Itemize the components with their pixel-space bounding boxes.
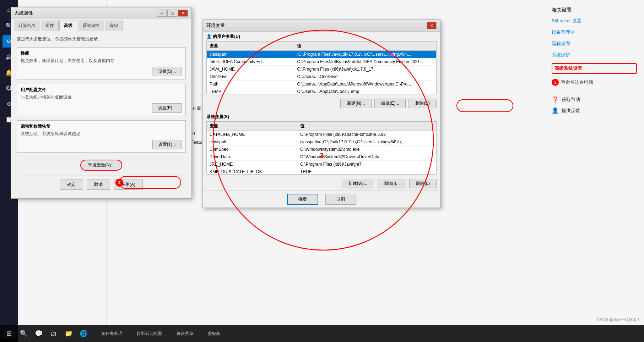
- sys-var-jrehome-name: JRE_HOME: [207, 161, 297, 168]
- user-var-onedrive-name: OneDrive: [207, 73, 294, 81]
- sys-vars-section: 系统变量(S) 变量 值 CATALINA_HOME C:\Program Fi…: [203, 112, 440, 191]
- sys-var-comspec-name: ComSpec: [207, 146, 297, 153]
- bitlocker-link[interactable]: BitLocker 设置: [552, 18, 637, 24]
- user-profile-section: 用户配置文件 与登录帐户相关的桌面设置 设置(E)...: [17, 84, 186, 116]
- sys-var-classpath-value: classpath=.;C:\j2sdk17.0.1\lib;C:\Users\…: [297, 138, 436, 146]
- sys-var-row-classpath[interactable]: classpath classpath=.;C:\j2sdk17.0.1\lib…: [207, 138, 436, 146]
- user-new-btn[interactable]: 新建(N)...: [340, 99, 372, 108]
- user-var-row-path[interactable]: Path C:\Users\...\AppData\Local\Microsof…: [207, 81, 436, 88]
- sys-var-col-name: 变量: [207, 122, 297, 131]
- sys-var-kmp-name: KMP_DUPLICATE_LIB_OK: [207, 168, 297, 175]
- sys-delete-btn[interactable]: 删除(L): [409, 179, 437, 188]
- sys-vars-table: 变量 值 CATALINA_HOME C:\Program Files (x86…: [207, 122, 436, 175]
- taskbar-explorer[interactable]: 📁: [61, 326, 76, 341]
- help-icon: ❓: [552, 96, 559, 103]
- related-settings-title: 相关设置: [552, 7, 637, 13]
- user-var-row-classpath[interactable]: classpath ;C:\Program Files\Java\jdk-17.…: [207, 51, 436, 58]
- taskbar-taskview[interactable]: 🗂: [47, 326, 61, 341]
- rename-badge: 1: [552, 79, 559, 86]
- help-row[interactable]: ❓ 获取帮助: [552, 96, 637, 103]
- taskbar-items: ⊞ 🔍 💬 🗂 📁 🌐: [2, 326, 91, 341]
- right-panel: 相关设置 BitLocker 设置 设备管理器 远程桌面 系统保护 高级系统设置…: [545, 0, 644, 342]
- user-var-col-name: 变量: [207, 42, 294, 51]
- system-protection-link[interactable]: 系统保护: [552, 52, 637, 58]
- sysprops-title: 系统属性: [15, 10, 33, 16]
- sys-var-row-jrehome[interactable]: JRE_HOME C:\Program Files (x86)\Java\jre…: [207, 161, 436, 168]
- user-edit-btn[interactable]: 编辑(E)...: [374, 99, 406, 108]
- user-var-row-temp[interactable]: TEMP C:\Users\...\AppData\Local\Temp: [207, 88, 436, 95]
- tab-remote[interactable]: 远程: [105, 21, 123, 31]
- taskbar-chat[interactable]: 💬: [32, 326, 46, 341]
- sys-new-btn[interactable]: 新建(W)...: [342, 179, 374, 188]
- sys-var-row-comspec[interactable]: ComSpec C:\Windows\system32\cmd.exe: [207, 146, 436, 153]
- user-var-javahome-name: JAVA_HOME: [207, 66, 294, 73]
- watermark: CSDN @成就一亿技术人: [597, 317, 640, 322]
- feedback-label: 提供反馈: [562, 107, 580, 114]
- taskbar-search[interactable]: 🔍: [17, 326, 31, 341]
- sys-vars-table-container[interactable]: 变量 值 CATALINA_HOME C:\Program Files (x86…: [206, 121, 437, 175]
- envvars-close-btn[interactable]: ✕: [427, 22, 437, 29]
- system-properties-dialog: 系统属性 – □ ✕ 计算机名 硬件 高级 系统保护 远程 要进行大多数更改，你…: [11, 7, 192, 199]
- user-var-onedrive-value: C:\Users\...\OneDrive: [294, 73, 436, 81]
- sysprops-ok-btn[interactable]: 确定: [60, 180, 83, 190]
- startup-desc: 系统启动、系统故障和调试信息: [21, 131, 182, 137]
- envvars-bottom-buttons: 确定 取消: [203, 191, 440, 208]
- user-vars-table-container[interactable]: 变量 值 classpath ;C:\Program Files\Java\jd…: [206, 41, 437, 94]
- user-var-path-name: Path: [207, 81, 294, 88]
- envvars-ok-btn[interactable]: 确定: [287, 194, 318, 205]
- envvars-cancel-btn[interactable]: 取消: [325, 194, 356, 205]
- sys-var-catalina-value: C:\Program Files (x86)\apache-tomcat-8.5…: [297, 131, 436, 138]
- help-label: 获取帮助: [562, 96, 580, 103]
- taskbar-browser[interactable]: 🌐: [76, 326, 91, 341]
- startup-settings-btn[interactable]: 设置(T)...: [152, 140, 182, 149]
- taskbar-start[interactable]: ⊞: [2, 326, 16, 341]
- user-vars-title: 👤 的用户变量(U): [203, 32, 440, 41]
- feedback-icon: 👤: [552, 107, 559, 114]
- sys-edit-btn[interactable]: 编辑(I)...: [377, 179, 406, 188]
- tab-advanced[interactable]: 高级: [59, 21, 77, 31]
- advanced-system-settings-link[interactable]: 高级系统设置: [552, 63, 637, 74]
- user-var-classpath-name: classpath: [207, 51, 294, 58]
- sys-var-row-kmp[interactable]: KMP_DUPLICATE_LIB_OK TRUE: [207, 168, 436, 175]
- sys-var-buttons: 新建(W)... 编辑(I)... 删除(L): [203, 177, 440, 191]
- startup-section: 启动和故障恢复 系统启动、系统故障和调试信息 设置(T)...: [17, 120, 186, 153]
- sysprops-close-btn[interactable]: ✕: [178, 10, 188, 17]
- envvars-titlebar: 环境变量 ✕: [203, 20, 440, 32]
- device-manager-link[interactable]: 设备管理器: [552, 29, 637, 35]
- user-var-row-onedrive[interactable]: OneDrive C:\Users\...\OneDrive: [207, 73, 436, 81]
- envvars-title: 环境变量: [206, 22, 225, 29]
- tab-computer-name[interactable]: 计算机名: [14, 21, 40, 31]
- sys-var-classpath-name: classpath: [207, 138, 297, 146]
- sysprops-minimize-btn[interactable]: –: [157, 10, 167, 17]
- sys-var-row-catalina[interactable]: CATALINA_HOME C:\Program Files (x86)\apa…: [207, 131, 436, 138]
- env-vars-dialog: 环境变量 ✕ 👤 的用户变量(U) 变量 值 classpath ;C:\Pro…: [202, 20, 440, 208]
- user-var-col-value: 值: [294, 42, 436, 51]
- sys-var-kmp-value: TRUE: [297, 168, 436, 175]
- tab-hardware[interactable]: 硬件: [41, 21, 59, 31]
- tab-system-protection[interactable]: 系统保护: [78, 21, 104, 31]
- env-var-container: 环境变量(N)...: [17, 157, 186, 173]
- user-delete-btn[interactable]: 删除(D): [408, 99, 437, 108]
- user-var-row-intellij[interactable]: IntelliJ IDEA Community Ed... C:\Program…: [207, 58, 436, 66]
- sys-var-col-value: 值: [297, 122, 436, 131]
- rename-link[interactable]: 重命名这台电脑: [561, 79, 593, 86]
- sysprops-maximize-btn[interactable]: □: [167, 10, 177, 17]
- sys-var-driverdata-value: C:\Windows\System32\Drivers\DriverData: [297, 153, 436, 161]
- sysprops-controls: – □ ✕: [157, 10, 188, 17]
- env-var-wrapper: 环境变量(N)...: [80, 157, 123, 173]
- env-var-button[interactable]: 环境变量(N)...: [80, 160, 123, 171]
- performance-section: 性能 视觉效果，处理器计划，内存使用，以及虚拟内存 设置(S)...: [17, 47, 186, 79]
- user-profile-settings-btn[interactable]: 设置(E)...: [152, 103, 182, 113]
- performance-settings-btn[interactable]: 设置(S)...: [152, 67, 182, 76]
- envvars-controls: ✕: [427, 22, 437, 29]
- user-var-row-javahome[interactable]: JAVA_HOME C:\Program Files (x86)\Java\jd…: [207, 66, 436, 73]
- feedback-row[interactable]: 👤 提供反馈: [552, 107, 637, 114]
- divider: [552, 91, 637, 91]
- user-var-path-value: C:\Users\...\AppData\Local\Microsoft\Win…: [294, 81, 436, 88]
- sys-var-row-driverdata[interactable]: DriverData C:\Windows\System32\Drivers\D…: [207, 153, 436, 161]
- sys-var-catalina-name: CATALINA_HOME: [207, 131, 297, 138]
- remote-desktop-link[interactable]: 远程桌面: [552, 40, 637, 47]
- taskbar: ⊞ 🔍 💬 🗂 📁 🌐 多任务处理 投影到此电脑 体验共享 剪贴板: [0, 325, 644, 342]
- sys-var-driverdata-name: DriverData: [207, 153, 297, 161]
- sysprops-cancel-btn[interactable]: 取消: [87, 180, 110, 190]
